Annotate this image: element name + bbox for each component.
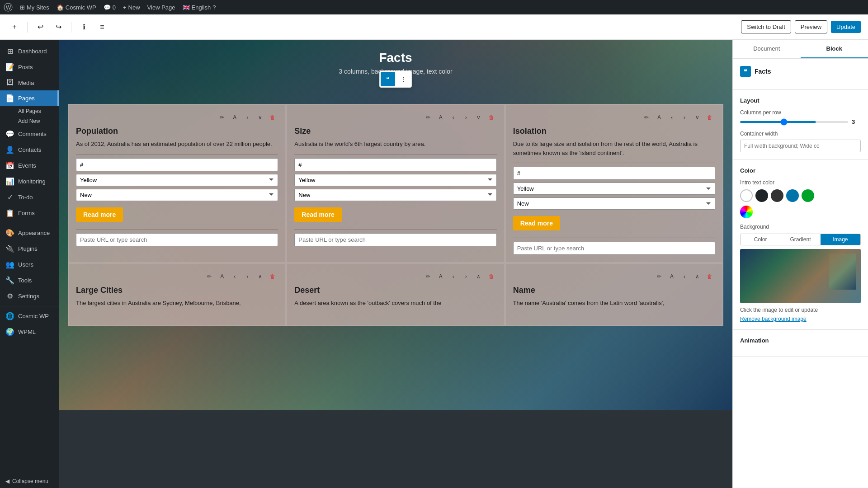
- card-font-icon-4[interactable]: A: [217, 271, 227, 282]
- switch-to-draft-button[interactable]: Switch to Draft: [741, 20, 791, 33]
- sidebar-item-wpml[interactable]: 🌍 WPML: [0, 324, 59, 340]
- comments-item[interactable]: 💬 0: [104, 4, 116, 11]
- card-size-hash-input[interactable]: [294, 158, 496, 171]
- card-move-left-icon-3[interactable]: ‹: [229, 271, 240, 282]
- remove-bg-image-link[interactable]: Remove background image: [740, 316, 861, 322]
- sidebar-sub-add-new[interactable]: Add New: [0, 116, 59, 126]
- card-pen-icon-5[interactable]: ✏: [423, 271, 434, 282]
- sidebar-item-media[interactable]: 🖼 Media: [0, 75, 59, 90]
- sidebar-item-users[interactable]: 👥 Users: [0, 257, 59, 272]
- card-isolation-color-select[interactable]: Yellow: [513, 183, 715, 195]
- card-delete-icon[interactable]: 🗑: [267, 112, 278, 123]
- card-move-right-icon-2[interactable]: ›: [461, 112, 472, 123]
- sidebar-item-tools[interactable]: 🔧 Tools: [0, 272, 59, 288]
- info-button[interactable]: ℹ: [77, 20, 91, 34]
- card-population-status-select[interactable]: New: [76, 189, 278, 201]
- card-move-left-icon-5[interactable]: ‹: [679, 271, 690, 282]
- card-font-icon[interactable]: A: [229, 112, 240, 123]
- card-move-left-icon[interactable]: ‹: [448, 112, 459, 123]
- color-swatch-blue[interactable]: [786, 189, 799, 202]
- add-block-button[interactable]: ＋: [7, 20, 22, 34]
- sidebar-item-plugins[interactable]: 🔌 Plugins: [0, 241, 59, 257]
- card-size-color-select[interactable]: Yellow: [294, 174, 496, 186]
- color-swatch-white[interactable]: [740, 189, 753, 202]
- card-move-down-icon-2[interactable]: ∨: [473, 112, 484, 123]
- bg-tab-image[interactable]: Image: [821, 234, 860, 245]
- color-picker-button[interactable]: [740, 206, 753, 218]
- card-move-left-icon-4[interactable]: ‹: [448, 271, 459, 282]
- card-pen-icon[interactable]: ✏: [217, 112, 227, 123]
- card-pen-icon-3[interactable]: ✏: [641, 112, 652, 123]
- color-swatch-dark[interactable]: [771, 189, 783, 202]
- card-delete-icon-2[interactable]: 🗑: [486, 112, 497, 123]
- card-pen-icon-6[interactable]: ✏: [654, 271, 665, 282]
- wp-logo-item[interactable]: W: [4, 3, 13, 12]
- card-delete-icon-4[interactable]: 🗑: [267, 271, 278, 282]
- card-isolation-url-input[interactable]: [513, 242, 715, 255]
- card-pen-icon-2[interactable]: ✏: [423, 112, 434, 123]
- tab-document[interactable]: Document: [733, 40, 801, 58]
- card-population-url-input[interactable]: [76, 233, 278, 246]
- card-isolation-hash-input[interactable]: [513, 167, 715, 180]
- card-delete-icon-3[interactable]: 🗑: [704, 112, 715, 123]
- my-sites-item[interactable]: ⊞ My Sites: [20, 4, 49, 11]
- card-size-url-input[interactable]: [294, 233, 496, 246]
- preview-button[interactable]: Preview: [795, 20, 827, 33]
- sidebar-item-pages[interactable]: 📄 Pages: [0, 90, 59, 106]
- update-button[interactable]: Update: [831, 21, 861, 33]
- redo-button[interactable]: ↪: [51, 20, 66, 34]
- bg-image-preview[interactable]: [740, 249, 861, 303]
- columns-slider[interactable]: [740, 121, 848, 123]
- sidebar-item-cosmic-wp[interactable]: 🌐 Cosmic WP: [0, 308, 59, 324]
- card-delete-icon-5[interactable]: 🗑: [486, 271, 497, 282]
- sidebar-item-comments[interactable]: 💬 Comments: [0, 126, 59, 142]
- card-move-right-icon[interactable]: ›: [242, 112, 253, 123]
- card-font-icon-3[interactable]: A: [654, 112, 665, 123]
- color-swatch-black[interactable]: [755, 189, 768, 202]
- card-font-icon-6[interactable]: A: [666, 271, 677, 282]
- color-swatch-green[interactable]: [802, 189, 814, 202]
- tab-block[interactable]: Block: [801, 40, 868, 58]
- card-size-readmore-button[interactable]: Read more: [294, 207, 341, 222]
- sidebar-item-settings[interactable]: ⚙ Settings: [0, 288, 59, 304]
- card-font-icon-2[interactable]: A: [435, 112, 446, 123]
- quote-block-button[interactable]: ❝: [381, 72, 395, 86]
- sidebar-sub-all-pages[interactable]: All Pages: [0, 106, 59, 116]
- bg-tab-color[interactable]: Color: [741, 234, 780, 245]
- undo-button[interactable]: ↩: [33, 20, 47, 34]
- new-item[interactable]: + New: [123, 4, 140, 11]
- card-population-hash-input[interactable]: [76, 158, 278, 171]
- card-isolation-readmore-button[interactable]: Read more: [513, 216, 560, 230]
- sidebar-item-dashboard[interactable]: ⊞ Dashboard: [0, 43, 59, 59]
- view-page-item[interactable]: View Page: [147, 4, 175, 11]
- card-move-right-icon-3[interactable]: ›: [679, 112, 690, 123]
- card-font-icon-5[interactable]: A: [435, 271, 446, 282]
- card-population-color-select[interactable]: Yellow: [76, 174, 278, 186]
- card-move-up-icon-2[interactable]: ∧: [473, 271, 484, 282]
- sidebar-item-monitoring[interactable]: 📊 Monitoring: [0, 174, 59, 189]
- collapse-menu-button[interactable]: ◀ Collapse menu: [0, 474, 59, 488]
- card-move-left-icon-2[interactable]: ‹: [666, 112, 677, 123]
- block-options-button[interactable]: ⋮: [396, 72, 410, 86]
- sidebar-item-posts[interactable]: 📝 Posts: [0, 59, 59, 75]
- card-move-right-icon-4[interactable]: ›: [242, 271, 253, 282]
- card-size-status-select[interactable]: New: [294, 189, 496, 201]
- card-isolation-status-select[interactable]: New: [513, 197, 715, 210]
- card-move-up-icon-3[interactable]: ∧: [692, 271, 703, 282]
- card-population-readmore-button[interactable]: Read more: [76, 207, 123, 222]
- card-move-down-icon-3[interactable]: ∨: [692, 112, 703, 123]
- card-delete-icon-6[interactable]: 🗑: [704, 271, 715, 282]
- bg-tab-gradient[interactable]: Gradient: [780, 234, 820, 245]
- cosmic-wp-item[interactable]: 🏠 Cosmic WP: [57, 4, 96, 11]
- sidebar-item-contacts[interactable]: 👤 Contacts: [0, 142, 59, 158]
- sidebar-item-todo[interactable]: ✓ To-do: [0, 189, 59, 205]
- sidebar-item-appearance[interactable]: 🎨 Appearance: [0, 225, 59, 241]
- container-width-input[interactable]: [740, 140, 861, 152]
- card-move-up-icon[interactable]: ∧: [255, 271, 265, 282]
- card-move-down-icon[interactable]: ∨: [255, 112, 265, 123]
- sidebar-item-forms[interactable]: 📋 Forms: [0, 205, 59, 221]
- sidebar-item-events[interactable]: 📅 Events: [0, 158, 59, 174]
- tools-button[interactable]: ≡: [95, 20, 109, 34]
- language-item[interactable]: 🇬🇧 English ?: [183, 4, 216, 11]
- card-move-right-icon-5[interactable]: ›: [461, 271, 472, 282]
